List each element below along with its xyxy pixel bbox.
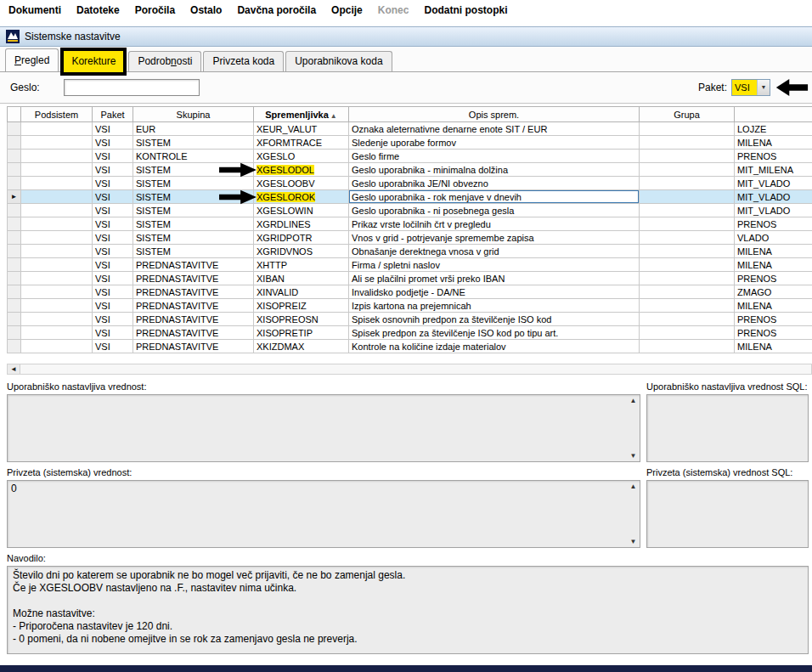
- grid-row[interactable]: VSIPREDNASTAVITVEXIBANAli se plačilni pr…: [8, 272, 812, 285]
- menu-ostalo[interactable]: Ostalo: [190, 4, 222, 16]
- scroll-up-icon[interactable]: ▲: [629, 397, 638, 404]
- cell-opis[interactable]: Geslo firme: [349, 150, 640, 163]
- cell-podsistem[interactable]: [21, 177, 93, 190]
- menu-dokumenti[interactable]: Dokumenti: [8, 4, 61, 16]
- grid-row[interactable]: VSIKONTROLEXGESLOGeslo firmePRENOS: [8, 150, 812, 163]
- cell-spremenljivka[interactable]: XKIZDMAX: [254, 340, 349, 353]
- cell-podsistem[interactable]: [21, 258, 93, 272]
- cell-skupina[interactable]: SISTEM: [133, 231, 254, 245]
- row-selector[interactable]: [8, 150, 21, 163]
- row-selector[interactable]: [8, 272, 21, 285]
- cell-spremenljivka[interactable]: XGESLO: [254, 150, 349, 163]
- grid-row[interactable]: VSIEURXEUR_VALUTOznaka aleternativne den…: [8, 122, 812, 136]
- cell-spremenljivka[interactable]: XFORMTRACE: [254, 136, 349, 150]
- cell-paket[interactable]: VSI: [93, 299, 133, 313]
- column-header-spremenljivka[interactable]: Spremenljivka▲: [254, 107, 349, 122]
- grid-row[interactable]: VSISISTEMXGESLOWINGeslo uporabnika - ni …: [8, 204, 812, 217]
- scroll-down-icon[interactable]: ▼: [629, 538, 638, 545]
- cell-skupina[interactable]: SISTEM: [133, 204, 254, 217]
- cell-user[interactable]: ZMAGO: [735, 285, 812, 299]
- menu-poročila[interactable]: Poročila: [135, 4, 175, 16]
- cell-grupa[interactable]: [640, 272, 735, 285]
- cell-opis[interactable]: Prikaz vrste ločilnih črt v pregledu: [349, 217, 640, 231]
- row-selector[interactable]: [8, 340, 21, 353]
- tab-pregled[interactable]: Pregled: [5, 48, 59, 71]
- default-value-sql-box[interactable]: [646, 480, 809, 548]
- cell-grupa[interactable]: [640, 190, 735, 204]
- cell-paket[interactable]: VSI: [93, 177, 133, 190]
- cell-paket[interactable]: VSI: [93, 231, 133, 245]
- cell-spremenljivka[interactable]: XGRIDPOTR: [254, 231, 349, 245]
- grid-row[interactable]: VSIPREDNASTAVITVEXINVALIDInvalidsko podj…: [8, 285, 812, 299]
- row-selector[interactable]: [8, 313, 21, 326]
- cell-spremenljivka[interactable]: XGRIDVNOS: [254, 245, 349, 258]
- cell-grupa[interactable]: [640, 150, 735, 163]
- grid-row[interactable]: VSISISTEMXGRDLINESPrikaz vrste ločilnih …: [8, 217, 812, 231]
- row-selector[interactable]: [8, 163, 21, 177]
- horizontal-scrollbar[interactable]: ◄: [7, 364, 812, 375]
- cell-podsistem[interactable]: [21, 217, 93, 231]
- cell-skupina[interactable]: PREDNASTAVITVE: [133, 326, 254, 340]
- cell-spremenljivka[interactable]: XISOPRETIP: [254, 326, 349, 340]
- grid-row[interactable]: VSIPREDNASTAVITVEXISOPREOSNSpisek osnovn…: [8, 313, 812, 326]
- cell-paket[interactable]: VSI: [93, 122, 133, 136]
- user-value-sql-box[interactable]: [646, 394, 809, 462]
- row-selector[interactable]: [8, 231, 21, 245]
- cell-user[interactable]: MILENA: [735, 258, 812, 272]
- cell-paket[interactable]: VSI: [93, 150, 133, 163]
- cell-spremenljivka[interactable]: XGESLOROK: [254, 190, 349, 204]
- cell-user[interactable]: MILENA: [735, 299, 812, 313]
- cell-paket[interactable]: VSI: [93, 340, 133, 353]
- cell-opis[interactable]: Geslo uporabnika - rok menjave v dnevih: [349, 190, 640, 204]
- column-header-podsistem[interactable]: Podsistem: [21, 107, 93, 122]
- menu-dodatni-postopki[interactable]: Dodatni postopki: [424, 4, 507, 16]
- column-header-blank[interactable]: [735, 107, 812, 122]
- cell-grupa[interactable]: [640, 217, 735, 231]
- cell-podsistem[interactable]: [21, 204, 93, 217]
- row-selector[interactable]: [8, 326, 21, 340]
- cell-paket[interactable]: VSI: [93, 272, 133, 285]
- current-record-marker[interactable]: ►: [8, 190, 21, 204]
- grid-row[interactable]: VSISISTEMXGESLODOLGeslo uporabnika - min…: [8, 163, 812, 177]
- grid-row[interactable]: ►VSISISTEMXGESLOROKGeslo uporabnika - ro…: [8, 190, 812, 204]
- cell-spremenljivka[interactable]: XISOPREIZ: [254, 299, 349, 313]
- cell-podsistem[interactable]: [21, 190, 93, 204]
- cell-grupa[interactable]: [640, 177, 735, 190]
- cell-user[interactable]: PRENOS: [735, 326, 812, 340]
- row-selector[interactable]: [8, 285, 21, 299]
- cell-podsistem[interactable]: [21, 245, 93, 258]
- cell-podsistem[interactable]: [21, 136, 93, 150]
- column-header-paket[interactable]: Paket: [93, 107, 133, 122]
- cell-opis[interactable]: Izpis kartona na prejemnicah: [349, 299, 640, 313]
- column-header-blank[interactable]: [8, 107, 21, 122]
- user-value-box[interactable]: ▲ ▼: [7, 394, 640, 462]
- scroll-left-icon[interactable]: ◄: [8, 364, 20, 374]
- cell-user[interactable]: MIT_VLADO: [735, 177, 812, 190]
- cell-skupina[interactable]: PREDNASTAVITVE: [133, 258, 254, 272]
- row-selector[interactable]: [8, 299, 21, 313]
- cell-user[interactable]: MIT_VLADO: [735, 204, 812, 217]
- cell-podsistem[interactable]: [21, 299, 93, 313]
- geslo-input[interactable]: [64, 79, 200, 96]
- row-selector[interactable]: [8, 245, 21, 258]
- cell-podsistem[interactable]: [21, 231, 93, 245]
- cell-paket[interactable]: VSI: [93, 163, 133, 177]
- cell-opis[interactable]: Oznaka aleternativne denarne enote SIT /…: [349, 122, 640, 136]
- scroll-down-icon[interactable]: ▼: [629, 452, 638, 460]
- cell-grupa[interactable]: [640, 136, 735, 150]
- cell-skupina[interactable]: PREDNASTAVITVE: [133, 340, 254, 353]
- row-selector[interactable]: [8, 258, 21, 272]
- tab-podrobnosti[interactable]: Podrobnosti: [128, 51, 201, 71]
- scrollbar-track[interactable]: [20, 364, 811, 374]
- tab-korekture[interactable]: Korekture: [60, 48, 127, 76]
- scroll-up-icon[interactable]: ▲: [629, 483, 638, 490]
- grid-row[interactable]: VSISISTEMXGRIDVNOSObnašanje derektnega v…: [8, 245, 812, 258]
- cell-skupina[interactable]: SISTEM: [133, 217, 254, 231]
- row-selector[interactable]: [8, 136, 21, 150]
- grid-row[interactable]: VSISISTEMXGESLOOBVGeslo uporabnika JE/NI…: [8, 177, 812, 190]
- paket-dropdown[interactable]: VSI ▼: [731, 79, 770, 96]
- cell-podsistem[interactable]: [21, 326, 93, 340]
- cell-opis[interactable]: Spisek predpon za številčenje ISO kod po…: [349, 326, 640, 340]
- menu-opcije[interactable]: Opcije: [331, 4, 363, 16]
- title-bar[interactable]: Sistemske nastavitve: [0, 26, 812, 47]
